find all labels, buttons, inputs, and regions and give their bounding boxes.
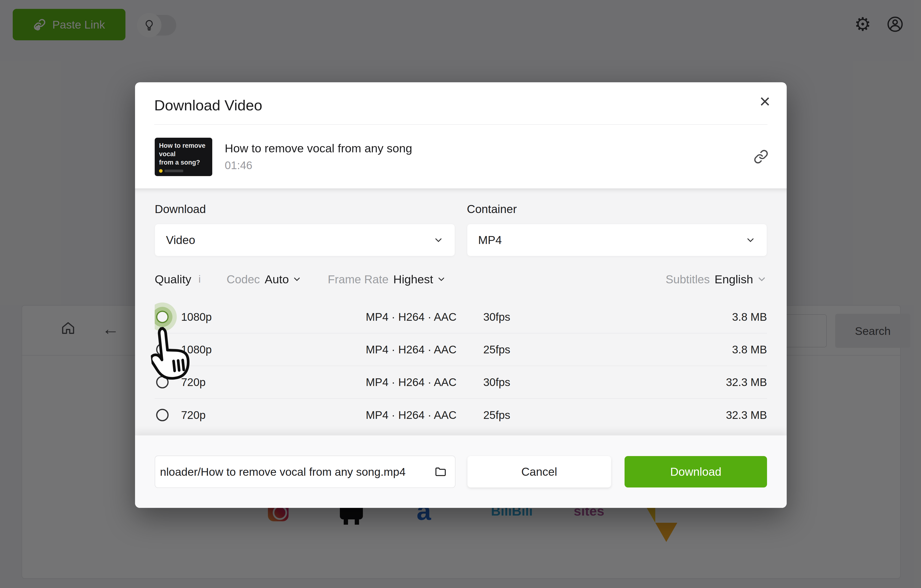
quality-options-list: 1080pMP4 · H264 · AAC30fps3.8 MB1080pMP4… — [155, 301, 767, 422]
modal-body: Download Video Container MP4 Quality i — [135, 188, 787, 435]
row-codec: MP4 · H264 · AAC — [366, 343, 483, 356]
row-codec: MP4 · H264 · AAC — [366, 376, 483, 389]
screen: Paste Link ⚙ ← — [0, 0, 921, 588]
quality-row[interactable]: 1080pMP4 · H264 · AAC30fps3.8 MB — [155, 301, 767, 334]
video-duration: 01:46 — [225, 159, 412, 172]
frame-rate-label: Frame Rate — [328, 273, 388, 286]
chevron-down-icon[interactable] — [436, 274, 446, 284]
download-type-label: Download — [155, 202, 455, 216]
download-label: Download — [670, 465, 721, 478]
container-label: Container — [467, 202, 767, 216]
folder-icon[interactable] — [434, 466, 447, 478]
cancel-button[interactable]: Cancel — [467, 456, 611, 487]
row-size: 3.8 MB — [732, 310, 767, 323]
row-fps: 25fps — [483, 409, 726, 422]
row-quality: 720p — [181, 409, 205, 422]
codec-label: Codec — [227, 273, 260, 286]
row-quality: 1080p — [181, 310, 212, 323]
quality-row[interactable]: 720pMP4 · H264 · AAC25fps32.3 MB — [155, 399, 767, 422]
row-fps: 25fps — [483, 343, 732, 356]
row-size: 32.3 MB — [726, 409, 767, 422]
chevron-down-icon — [745, 235, 756, 246]
thumbnail-text-line1: How to remove vocal — [159, 142, 208, 158]
save-path-input[interactable] — [160, 465, 429, 478]
codec-dropdown[interactable]: Auto — [265, 272, 289, 286]
modal-footer: Cancel Download — [135, 435, 787, 508]
download-type-select[interactable]: Video — [155, 224, 455, 256]
thumbnail-watermark — [159, 169, 183, 173]
video-thumbnail: How to remove vocal from a song? — [155, 138, 212, 176]
row-codec: MP4 · H264 · AAC — [366, 310, 483, 323]
download-type-value: Video — [166, 233, 195, 247]
quality-label: Quality — [155, 272, 191, 286]
subtitles-label: Subtitles — [666, 273, 710, 286]
row-fps: 30fps — [483, 310, 732, 323]
quality-row[interactable]: 720pMP4 · H264 · AAC30fps32.3 MB — [155, 366, 767, 399]
close-icon[interactable]: × — [759, 92, 770, 111]
container-value: MP4 — [478, 233, 502, 247]
hand-click-cursor — [148, 323, 195, 384]
download-video-modal: Download Video × How to remove vocal fro… — [135, 82, 787, 508]
video-info-row: How to remove vocal from a song? How to … — [135, 125, 787, 188]
subtitles-dropdown[interactable]: English — [714, 272, 753, 286]
radio-selected[interactable] — [156, 311, 169, 323]
row-codec: MP4 · H264 · AAC — [366, 409, 483, 422]
container-select[interactable]: MP4 — [467, 224, 767, 256]
save-path-field[interactable] — [155, 456, 456, 488]
chevron-down-icon[interactable] — [757, 274, 767, 285]
row-size: 3.8 MB — [732, 343, 767, 356]
row-fps: 30fps — [483, 376, 726, 389]
source-link-icon[interactable] — [753, 149, 768, 164]
video-title: How to remove vocal from any song — [225, 142, 412, 155]
frame-rate-dropdown[interactable]: Highest — [393, 272, 433, 286]
cancel-label: Cancel — [521, 465, 557, 478]
thumbnail-text-line2: from a song? — [159, 158, 208, 167]
chevron-down-icon[interactable] — [292, 274, 302, 284]
quality-row[interactable]: 1080pMP4 · H264 · AAC25fps3.8 MB — [155, 334, 767, 366]
modal-header: Download Video × — [135, 82, 787, 125]
radio[interactable] — [156, 409, 169, 421]
row-size: 32.3 MB — [726, 376, 767, 389]
download-button[interactable]: Download — [625, 456, 767, 487]
modal-title: Download Video — [154, 93, 262, 114]
chevron-down-icon — [433, 235, 444, 246]
info-icon[interactable]: i — [199, 274, 201, 285]
